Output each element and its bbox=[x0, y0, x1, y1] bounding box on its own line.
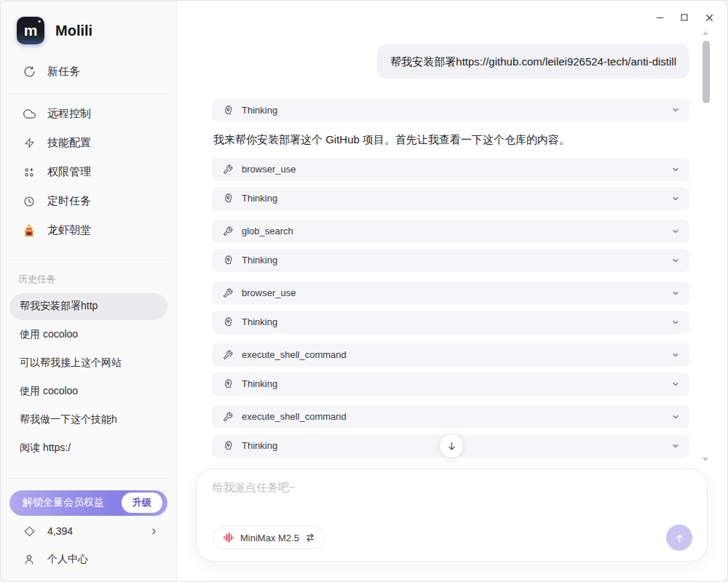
switch-model-icon bbox=[305, 533, 315, 543]
sidebar-item-label: 定时任务 bbox=[47, 194, 91, 208]
sidebar-item-skills[interactable]: 技能配置 bbox=[1, 129, 176, 158]
new-task-button[interactable]: 新任务 bbox=[1, 65, 176, 79]
thinking-icon bbox=[221, 103, 234, 116]
chat-area: 帮我安装部署https://github.com/leilei926524-te… bbox=[212, 1, 689, 458]
divider bbox=[9, 260, 167, 260]
maximize-button[interactable] bbox=[676, 9, 692, 25]
chevron-down-icon bbox=[671, 227, 680, 236]
main-area: 帮我安装部署https://github.com/leilei926524-te… bbox=[177, 1, 727, 581]
profile-row[interactable]: 个人中心 bbox=[9, 547, 167, 573]
credits-value: 4,394 bbox=[47, 525, 73, 537]
tool-step-row[interactable]: browser_use bbox=[212, 158, 689, 181]
close-button[interactable] bbox=[701, 9, 717, 25]
wrench-icon bbox=[221, 163, 234, 176]
chevron-down-icon bbox=[671, 289, 680, 298]
thinking-icon bbox=[221, 254, 234, 267]
minimize-button[interactable] bbox=[652, 9, 668, 25]
new-task-icon bbox=[23, 65, 36, 79]
user-message-bubble: 帮我安装部署https://github.com/leilei926524-te… bbox=[377, 44, 689, 79]
send-button[interactable] bbox=[666, 525, 692, 551]
thinking-step-row[interactable]: Thinking bbox=[212, 187, 689, 210]
upgrade-banner[interactable]: 解锁全量会员权益 升级 bbox=[9, 490, 167, 516]
scrollbar-thumb[interactable] bbox=[703, 41, 710, 103]
diamond-icon bbox=[23, 525, 36, 538]
thinking-icon bbox=[221, 192, 234, 205]
lightning-icon bbox=[23, 137, 36, 150]
new-task-label: 新任务 bbox=[47, 65, 80, 79]
minimax-logo-icon bbox=[223, 532, 234, 543]
steps-after-text: browser_use Thinking glob_search bbox=[212, 158, 689, 458]
app-logo: m ✦ bbox=[17, 17, 44, 44]
cloud-icon bbox=[23, 108, 36, 121]
chevron-down-icon bbox=[671, 351, 680, 359]
wrench-icon bbox=[221, 348, 234, 362]
thinking-step-row[interactable]: Thinking bbox=[212, 372, 689, 396]
sidebar: m ✦ Molili 新任务 远程控制 bbox=[1, 1, 177, 581]
model-name: MiniMax M2.5 bbox=[240, 533, 299, 543]
sidebar-item-label: 权限管理 bbox=[47, 165, 91, 179]
history-item[interactable]: 可以帮我接上这个网站 bbox=[9, 350, 167, 377]
palace-icon bbox=[23, 224, 36, 237]
history-item[interactable]: 帮我做一下这个技能h bbox=[9, 407, 167, 434]
step-label: Thinking bbox=[242, 440, 277, 451]
wrench-icon bbox=[221, 410, 234, 423]
sidebar-item-label: 远程控制 bbox=[47, 107, 91, 121]
chevron-down-icon bbox=[671, 412, 680, 421]
chevron-right-icon bbox=[147, 525, 160, 538]
task-input[interactable] bbox=[213, 481, 692, 510]
credits-row[interactable]: 4,394 bbox=[9, 519, 167, 544]
thinking-step-row[interactable]: Thinking bbox=[212, 98, 689, 121]
chevron-down-icon bbox=[671, 318, 680, 327]
step-label: Thinking bbox=[242, 193, 277, 204]
logo-row: m ✦ Molili bbox=[1, 1, 176, 44]
history-item[interactable]: 使用 cocoloo bbox=[9, 378, 167, 405]
step-label: Thinking bbox=[242, 255, 277, 266]
history-item[interactable]: 阅读 https:/ bbox=[9, 435, 167, 462]
scrollbar-down-arrow[interactable] bbox=[703, 458, 708, 461]
step-label: Thinking bbox=[242, 105, 277, 116]
tool-step-row[interactable]: glob_search bbox=[212, 220, 689, 243]
model-selector-chip[interactable]: MiniMax M2.5 bbox=[213, 526, 325, 549]
wrench-icon bbox=[221, 225, 234, 238]
divider bbox=[9, 93, 167, 94]
step-label: execute_shell_command bbox=[242, 411, 347, 422]
tool-step-row[interactable]: browser_use bbox=[212, 282, 689, 305]
app-title: Molili bbox=[55, 23, 92, 39]
divider bbox=[9, 478, 167, 479]
thinking-icon bbox=[221, 378, 234, 391]
wrench-icon bbox=[221, 287, 234, 300]
app-window: m ✦ Molili 新任务 远程控制 bbox=[0, 0, 728, 582]
clock-icon bbox=[23, 195, 36, 208]
logo-letter: m bbox=[24, 22, 38, 39]
tool-step-row[interactable]: execute_shell_command bbox=[212, 343, 689, 367]
history-item[interactable]: 使用 cocoloo bbox=[9, 322, 167, 348]
thinking-step-row[interactable]: Thinking bbox=[212, 311, 689, 334]
step-label: glob_search bbox=[242, 226, 293, 236]
upgrade-banner-text: 解锁全量会员权益 bbox=[23, 496, 104, 509]
window-controls bbox=[652, 9, 717, 25]
chevron-down-icon bbox=[671, 165, 680, 174]
upgrade-button[interactable]: 升级 bbox=[122, 493, 162, 513]
history-item[interactable]: 帮我安装部署http bbox=[9, 293, 167, 320]
chevron-down-icon bbox=[671, 256, 680, 265]
sidebar-item-permissions[interactable]: 权限管理 bbox=[1, 158, 176, 187]
scroll-to-bottom-button[interactable] bbox=[439, 434, 464, 458]
sidebar-item-scheduled-tasks[interactable]: 定时任务 bbox=[1, 187, 176, 216]
scrollbar-up-arrow[interactable] bbox=[703, 31, 708, 35]
step-label: Thinking bbox=[242, 378, 277, 389]
sidebar-item-label: 技能配置 bbox=[47, 136, 91, 150]
chevron-down-icon bbox=[671, 194, 680, 203]
thinking-step-row[interactable]: Thinking bbox=[212, 249, 689, 272]
sidebar-item-remote-control[interactable]: 远程控制 bbox=[1, 100, 176, 129]
user-icon bbox=[23, 553, 36, 566]
sidebar-item-lobster-court[interactable]: 龙虾朝堂 bbox=[1, 216, 176, 245]
sparkle-icon: ✦ bbox=[37, 19, 41, 25]
sidebar-item-label: 龙虾朝堂 bbox=[47, 223, 91, 237]
sidebar-nav: 远程控制 技能配置 权限管理 bbox=[1, 100, 176, 245]
step-label: browser_use bbox=[242, 164, 296, 175]
tool-step-row[interactable]: execute_shell_command bbox=[212, 405, 689, 428]
step-label: execute_shell_command bbox=[242, 349, 347, 360]
history-list: 帮我安装部署http 使用 cocoloo 可以帮我接上这个网站 使用 coco… bbox=[1, 292, 176, 463]
chevron-down-icon bbox=[671, 442, 680, 450]
composer: MiniMax M2.5 bbox=[196, 469, 708, 562]
